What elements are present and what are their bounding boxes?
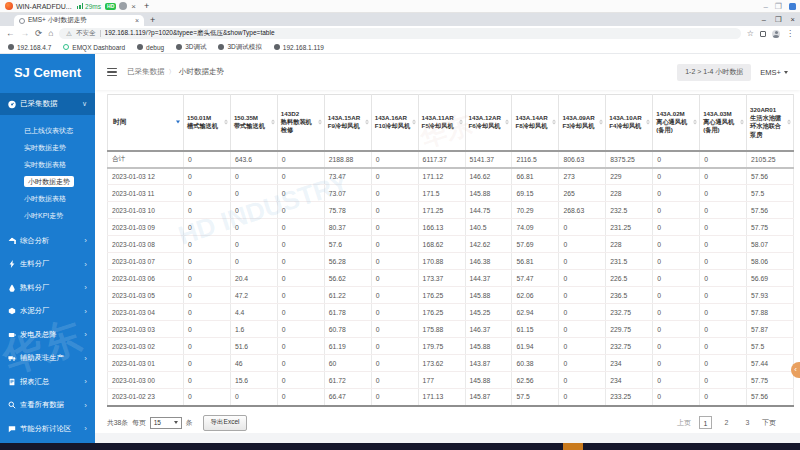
column-header[interactable]: 143D2熟料散装机检修 bbox=[277, 95, 324, 151]
column-header[interactable]: 143A.03M离心通风机 (备用) bbox=[700, 95, 747, 151]
column-header[interactable]: 143A.10ARF4冷却风机 bbox=[606, 95, 653, 151]
close-session-icon[interactable]: × bbox=[131, 2, 136, 11]
profile-avatar-icon[interactable] bbox=[772, 30, 780, 38]
page-button-3[interactable]: 3 bbox=[741, 416, 754, 429]
hamburger-menu-icon[interactable] bbox=[107, 68, 117, 77]
url-omnibox[interactable]: ⚠ 不安全 192.168.1.119/?p=1020&typee=磨头低压&s… bbox=[59, 28, 741, 39]
column-header[interactable]: 150.01M槽式输送机 bbox=[184, 95, 231, 151]
column-code: 143A.02M bbox=[656, 110, 693, 118]
value-cell: 0 bbox=[700, 287, 747, 304]
value-cell: 0 bbox=[277, 219, 324, 236]
sidebar-subitem[interactable]: 已上线仪表状态 bbox=[0, 119, 95, 136]
value-cell: 62.56 bbox=[512, 372, 559, 389]
value-cell: 273 bbox=[559, 168, 606, 185]
hd-quality-badge[interactable]: HD bbox=[105, 3, 116, 10]
sidebar-subitem[interactable]: 实时数据走势 bbox=[0, 136, 95, 153]
bookmark-item[interactable]: debug bbox=[137, 44, 164, 51]
column-header[interactable]: 143A.09ARF3冷却风机 bbox=[559, 95, 606, 151]
forward-icon[interactable]: → bbox=[21, 29, 30, 38]
extension-icon[interactable] bbox=[760, 31, 766, 37]
column-header[interactable]: 150.35M带式输送机 bbox=[230, 95, 277, 151]
bookmark-item[interactable]: EMQX Dashboard bbox=[63, 44, 125, 51]
sidebar-item-label: 发电及总降 bbox=[20, 330, 80, 340]
window-minimize-button[interactable]: – bbox=[762, 15, 766, 24]
value-cell: 51.6 bbox=[230, 338, 277, 355]
time-cell: 2023-01-03 06 bbox=[108, 270, 184, 287]
column-header[interactable]: 143A.15ARF9冷却风机 bbox=[324, 95, 371, 151]
chevron-right-icon: › bbox=[84, 424, 87, 433]
url-text: 192.168.1.119/?p=1020&typee=磨头低压&showTyp… bbox=[105, 29, 275, 38]
value-cell: 61.15 bbox=[512, 321, 559, 338]
sidebar-item[interactable]: 辅助及非生产› bbox=[0, 347, 95, 371]
value-cell: 0 bbox=[653, 202, 700, 219]
export-excel-button[interactable]: 导出Excel bbox=[203, 415, 248, 431]
data-range-chip[interactable]: 1-2 > 1-4 小时数据 bbox=[677, 64, 751, 81]
sidebar-item[interactable]: 发电及总降› bbox=[0, 323, 95, 347]
column-header[interactable]: 143A.14ARF8冷却风机 bbox=[512, 95, 559, 151]
sidebar-subitem-label: 实时数据表格 bbox=[24, 161, 66, 168]
time-cell: 2023-01-03 12 bbox=[108, 168, 184, 185]
value-cell: 0 bbox=[700, 338, 747, 355]
tab-close-icon[interactable]: × bbox=[135, 17, 139, 24]
bookmark-item[interactable]: 3D调试模拟 bbox=[218, 43, 261, 52]
value-cell: 0 bbox=[559, 355, 606, 372]
value-cell: 140.5 bbox=[465, 219, 512, 236]
new-tab-button[interactable]: + bbox=[150, 15, 155, 25]
bookmark-item[interactable]: 3D调试 bbox=[176, 43, 206, 52]
new-session-button[interactable]: + bbox=[144, 1, 149, 11]
remote-minimize-button[interactable]: – bbox=[763, 2, 767, 11]
value-cell: 61.22 bbox=[324, 287, 371, 304]
window-restore-button[interactable]: ❐ bbox=[775, 15, 782, 24]
remote-restore-button[interactable]: ❐ bbox=[775, 2, 782, 11]
bookmark-item[interactable]: 192.168.1.119 bbox=[274, 44, 324, 51]
remote-settings-icon[interactable] bbox=[789, 3, 796, 10]
collapse-panel-handle[interactable]: ‹ bbox=[791, 362, 800, 378]
sidebar-item[interactable]: 综合分析› bbox=[0, 229, 95, 253]
sidebar-section-collected-data[interactable]: 已采集数据 ∨ bbox=[0, 93, 95, 115]
value-cell: 146.38 bbox=[465, 253, 512, 270]
browser-tab[interactable]: EMS+ 小时数据走势 × bbox=[14, 15, 144, 26]
security-label[interactable]: 不安全 bbox=[76, 29, 96, 38]
sidebar-item[interactable]: 查看所有数据› bbox=[0, 394, 95, 418]
sidebar-subitem[interactable]: 实时数据表格 bbox=[0, 153, 95, 170]
value-cell: 176.25 bbox=[418, 304, 465, 321]
bookmark-star-icon[interactable]: ☆ bbox=[747, 29, 754, 38]
sidebar-subitem[interactable]: 小时数据表格 bbox=[0, 187, 95, 204]
sidebar-item[interactable]: 水泥分厂› bbox=[0, 300, 95, 324]
taskbar-app-icon[interactable] bbox=[563, 443, 583, 450]
value-cell: 0 bbox=[371, 151, 418, 168]
sidebar-subitem[interactable]: 小时KPI走势 bbox=[0, 204, 95, 221]
value-cell: 0 bbox=[700, 304, 747, 321]
sidebar-item[interactable]: 节能分析讨论区› bbox=[0, 417, 95, 441]
value-cell: 57.56 bbox=[747, 389, 794, 406]
column-header-time[interactable]: 时间 bbox=[108, 95, 184, 151]
column-header[interactable]: 143A.12ARF6冷却风机 bbox=[465, 95, 512, 151]
total-count-label: 共38条 bbox=[107, 418, 128, 428]
home-icon[interactable]: ⌂ bbox=[48, 29, 53, 38]
profile-dropdown[interactable]: EMS+ bbox=[760, 68, 788, 77]
sidebar-item[interactable]: 报表汇总› bbox=[0, 370, 95, 394]
browser-menu-icon[interactable]: ⋮ bbox=[786, 29, 794, 38]
value-cell: 56.28 bbox=[324, 253, 371, 270]
column-header[interactable]: 320AR01生活水池循环水池联合泵房 bbox=[747, 95, 794, 151]
per-page-select[interactable]: 15 bbox=[150, 417, 182, 429]
page-button-2[interactable]: 2 bbox=[720, 416, 733, 429]
column-header[interactable]: 143A.02M离心通风机 (备用) bbox=[653, 95, 700, 151]
windows-taskbar[interactable] bbox=[0, 443, 800, 450]
next-page-button[interactable]: 下页 bbox=[762, 418, 776, 428]
breadcrumb-parent[interactable]: 已采集数据 bbox=[127, 67, 165, 77]
bookmark-item[interactable]: 192.168.4.7 bbox=[8, 44, 51, 51]
sidebar-item[interactable]: 熟料分厂› bbox=[0, 276, 95, 300]
column-header[interactable]: 143A.16ARF10冷却风机 bbox=[371, 95, 418, 151]
value-cell: 0 bbox=[700, 372, 747, 389]
page-button-1[interactable]: 1 bbox=[699, 416, 712, 429]
back-icon[interactable]: ← bbox=[6, 29, 15, 38]
reload-icon[interactable]: ⟳ bbox=[35, 29, 42, 38]
sidebar-item[interactable]: 生料分厂› bbox=[0, 253, 95, 277]
column-header[interactable]: 143A.11ARF5冷却风机 bbox=[418, 95, 465, 151]
value-cell: 1.6 bbox=[230, 321, 277, 338]
prev-page-button[interactable]: 上页 bbox=[677, 418, 691, 428]
window-close-button[interactable]: × bbox=[791, 15, 795, 24]
sidebar-subitem[interactable]: 小时数据走势 bbox=[0, 170, 95, 187]
column-code: 143A.03M bbox=[703, 110, 740, 118]
